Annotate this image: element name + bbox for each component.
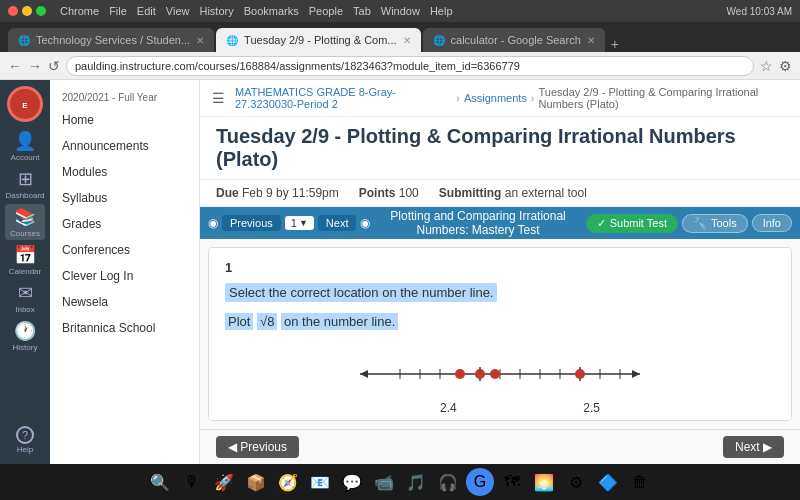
- number-line-svg[interactable]: [340, 349, 660, 399]
- svg-point-18: [475, 369, 485, 379]
- course-nav: 2020/2021 - Full Year Home Announcements…: [50, 80, 200, 464]
- nav-item-modules[interactable]: Modules: [50, 159, 199, 185]
- dock-photos[interactable]: 🌅: [530, 468, 558, 496]
- app-layout: E 👤 Account ⊞ Dashboard 📚 Courses 📅 Cale…: [0, 80, 800, 464]
- nav-item-clever[interactable]: Clever Log In: [50, 263, 199, 289]
- course-nav-header: 2020/2021 - Full Year: [50, 88, 199, 107]
- nav-item-newsela[interactable]: Newsela: [50, 289, 199, 315]
- breadcrumb-course[interactable]: MATHEMATICS GRADE 8-Gray-27.3230030-Peri…: [235, 86, 452, 110]
- url-input[interactable]: paulding.instructure.com/courses/168884/…: [66, 56, 754, 76]
- sidebar-item-courses[interactable]: 📚 Courses: [5, 204, 45, 240]
- toolbar-next-button[interactable]: Next: [318, 215, 357, 231]
- window-controls: [8, 6, 46, 16]
- hamburger-icon[interactable]: ☰: [212, 90, 225, 106]
- dock-settings[interactable]: ⚙: [562, 468, 590, 496]
- sidebar-item-help[interactable]: ? Help: [5, 422, 45, 458]
- checkmark-icon: ✓: [597, 217, 606, 230]
- forward-button[interactable]: →: [28, 58, 42, 74]
- page-number: 1 ▼: [285, 216, 314, 230]
- dock-maps[interactable]: 🗺: [498, 468, 526, 496]
- nav-item-announcements[interactable]: Announcements: [50, 133, 199, 159]
- question-instruction1: Select the correct location on the numbe…: [225, 283, 775, 308]
- toolbar-nav: ◉ Previous 1 ▼ Next ◉: [208, 215, 370, 231]
- dock-bluetooth[interactable]: 🔷: [594, 468, 622, 496]
- bookmark-icon[interactable]: ☆: [760, 58, 773, 74]
- address-bar: ← → ↺ paulding.instructure.com/courses/1…: [0, 52, 800, 80]
- nav-item-conferences[interactable]: Conferences: [50, 237, 199, 263]
- reload-button[interactable]: ↺: [48, 58, 60, 74]
- tab-close-icon[interactable]: ✕: [196, 35, 204, 46]
- breadcrumb: ☰ MATHEMATICS GRADE 8-Gray-27.3230030-Pe…: [200, 80, 800, 117]
- page-title-area: Tuesday 2/9 - Plotting & Comparing Irrat…: [200, 117, 800, 180]
- sidebar-logo: E: [7, 86, 43, 122]
- page-title: Tuesday 2/9 - Plotting & Comparing Irrat…: [216, 125, 784, 171]
- bottom-next-button[interactable]: Next ▶: [723, 436, 784, 458]
- breadcrumb-current: Tuesday 2/9 - Plotting & Comparing Irrat…: [539, 86, 788, 110]
- nav-item-grades[interactable]: Grades: [50, 211, 199, 237]
- breadcrumb-assignments[interactable]: Assignments: [464, 92, 527, 104]
- svg-marker-4: [632, 370, 640, 378]
- assignment-toolbar: ◉ Previous 1 ▼ Next ◉ Plotting and Compa…: [200, 207, 800, 239]
- svg-marker-3: [360, 370, 368, 378]
- browser-chrome: Chrome File Edit View History Bookmarks …: [0, 0, 800, 22]
- dock-safari[interactable]: 🧭: [274, 468, 302, 496]
- bottom-prev-button[interactable]: ◀ Previous: [216, 436, 299, 458]
- svg-point-20: [575, 369, 585, 379]
- tab-bar: 🌐 Technology Services / Studen... ✕ 🌐 Tu…: [0, 22, 800, 52]
- sidebar-item-history[interactable]: 🕐 History: [5, 318, 45, 354]
- tab-close-calc-icon[interactable]: ✕: [587, 35, 595, 46]
- svg-text:E: E: [22, 101, 28, 110]
- submit-test-button[interactable]: ✓ Submit Test: [586, 214, 678, 233]
- number-line-container: 2.4 2.5: [225, 349, 775, 415]
- dock-siri[interactable]: 🎙: [178, 468, 206, 496]
- maximize-dot[interactable]: [36, 6, 46, 16]
- nav-item-home[interactable]: Home: [50, 107, 199, 133]
- browser-menu: Chrome File Edit View History Bookmarks …: [60, 5, 453, 17]
- toolbar-prev-button[interactable]: Previous: [222, 215, 281, 231]
- mac-dock: 🔍 🎙 🚀 📦 🧭 📧 💬 📹 🎵 🎧 G 🗺 🌅 ⚙ 🔷 🗑: [0, 464, 800, 500]
- sidebar-item-calendar[interactable]: 📅 Calendar: [5, 242, 45, 278]
- back-button[interactable]: ←: [8, 58, 22, 74]
- new-tab-button[interactable]: +: [611, 36, 619, 52]
- extensions-icon[interactable]: ⚙: [779, 58, 792, 74]
- dock-mail[interactable]: 📧: [306, 468, 334, 496]
- nav-item-britannica[interactable]: Britannica School: [50, 315, 199, 341]
- toolbar-title: Plotting and Comparing Irrational Number…: [370, 209, 585, 237]
- main-content: ☰ MATHEMATICS GRADE 8-Gray-27.3230030-Pe…: [200, 80, 800, 464]
- info-button[interactable]: Info: [752, 214, 792, 232]
- sidebar: E 👤 Account ⊞ Dashboard 📚 Courses 📅 Cale…: [0, 80, 50, 464]
- tab-close-active-icon[interactable]: ✕: [403, 35, 411, 46]
- tab-calculator[interactable]: 🌐 calculator - Google Search ✕: [423, 28, 605, 52]
- dock-messages[interactable]: 💬: [338, 468, 366, 496]
- sidebar-item-inbox[interactable]: ✉ Inbox: [5, 280, 45, 316]
- dock-chrome[interactable]: G: [466, 468, 494, 496]
- close-dot[interactable]: [8, 6, 18, 16]
- dock-launchpad[interactable]: 🚀: [210, 468, 238, 496]
- dock-spotify[interactable]: 🎧: [434, 468, 462, 496]
- content-area: 1 Select the correct location on the num…: [208, 247, 792, 421]
- dock-apps[interactable]: 📦: [242, 468, 270, 496]
- minimize-dot[interactable]: [22, 6, 32, 16]
- dock-facetime[interactable]: 📹: [370, 468, 398, 496]
- toolbar-right: ✓ Submit Test 🔧 Tools Info: [586, 214, 792, 233]
- sidebar-item-account[interactable]: 👤 Account: [5, 128, 45, 164]
- dock-music[interactable]: 🎵: [402, 468, 430, 496]
- time-display: Wed 10:03 AM: [727, 6, 792, 17]
- dock-finder[interactable]: 🔍: [146, 468, 174, 496]
- question-number: 1: [225, 260, 775, 275]
- toolbar-circle-next[interactable]: ◉: [360, 216, 370, 230]
- question-instruction2: Plot √8 on the number line.: [225, 314, 775, 329]
- assignment-meta: Due Feb 9 by 11:59pm Points 100 Submitti…: [200, 180, 800, 207]
- nav-item-syllabus[interactable]: Syllabus: [50, 185, 199, 211]
- math-expression: √8: [257, 313, 277, 330]
- tab-technology[interactable]: 🌐 Technology Services / Studen... ✕: [8, 28, 214, 52]
- number-labels: 2.4 2.5: [360, 401, 640, 415]
- svg-point-17: [455, 369, 465, 379]
- tools-button[interactable]: 🔧 Tools: [682, 214, 748, 233]
- svg-point-19: [490, 369, 500, 379]
- sidebar-item-dashboard[interactable]: ⊞ Dashboard: [5, 166, 45, 202]
- toolbar-circle-prev[interactable]: ◉: [208, 216, 218, 230]
- tab-assignment[interactable]: 🌐 Tuesday 2/9 - Plotting & Com... ✕: [216, 28, 420, 52]
- bottom-nav: ◀ Previous Next ▶: [200, 429, 800, 464]
- dock-trash[interactable]: 🗑: [626, 468, 654, 496]
